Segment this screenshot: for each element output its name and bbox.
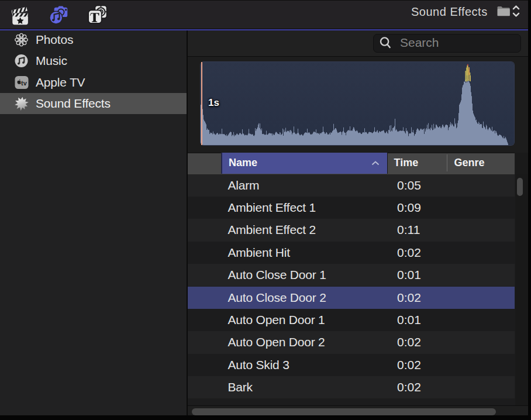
- svg-text:tv: tv: [21, 79, 27, 86]
